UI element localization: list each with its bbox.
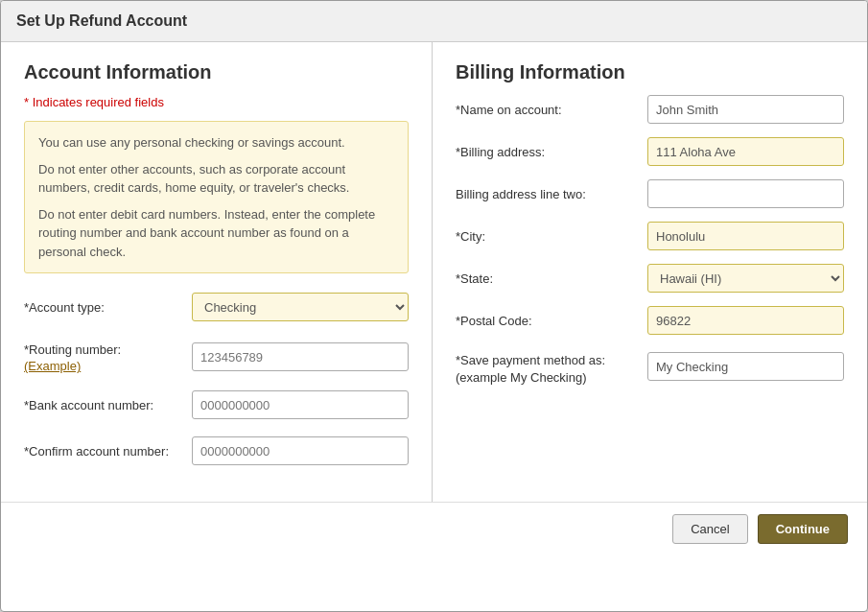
billing-address-input[interactable] — [647, 137, 844, 166]
save-payment-label-line2: (example My Checking) — [456, 369, 647, 387]
city-row: *City: — [456, 222, 844, 250]
routing-example-link[interactable]: (Example) — [24, 359, 192, 373]
billing-address2-label: Billing address line two: — [456, 187, 647, 201]
postal-code-input[interactable] — [647, 306, 844, 335]
routing-number-row: *Routing number: (Example) — [24, 339, 409, 373]
billing-address-row: *Billing address: — [456, 137, 844, 166]
billing-info-title: Billing Information — [456, 61, 844, 83]
postal-code-label: *Postal Code: — [456, 314, 647, 328]
routing-number-input[interactable] — [192, 342, 409, 371]
billing-address2-input[interactable] — [647, 179, 844, 208]
modal-footer: Cancel Continue — [1, 502, 867, 555]
name-on-account-label: *Name on account: — [456, 103, 647, 117]
cancel-button[interactable]: Cancel — [672, 514, 747, 544]
name-on-account-input[interactable] — [647, 95, 844, 124]
info-line-2: Do not enter other accounts, such as cor… — [38, 160, 394, 198]
bank-account-row: *Bank account number: — [24, 390, 409, 419]
postal-code-row: *Postal Code: — [456, 306, 844, 335]
account-type-select[interactable]: Checking Savings — [192, 293, 409, 321]
info-box: You can use any personal checking or sav… — [24, 121, 409, 273]
modal: Set Up Refund Account Account Informatio… — [0, 0, 868, 612]
info-line-1: You can use any personal checking or sav… — [38, 133, 394, 153]
city-input[interactable] — [647, 222, 844, 250]
left-panel: Account Information * Indicates required… — [1, 42, 433, 502]
required-note: * Indicates required fields — [24, 95, 409, 109]
name-on-account-row: *Name on account: — [456, 95, 844, 124]
save-payment-row: *Save payment method as: (example My Che… — [456, 348, 844, 387]
state-label: *State: — [456, 271, 647, 286]
save-payment-label: *Save payment method as: (example My Che… — [456, 352, 647, 387]
account-type-row: *Account type: Checking Savings — [24, 293, 409, 321]
account-type-label: *Account type: — [24, 300, 192, 315]
confirm-account-row: *Confirm account number: — [24, 436, 409, 465]
confirm-account-input[interactable] — [192, 436, 409, 465]
continue-button[interactable]: Continue — [758, 514, 848, 544]
bank-account-input[interactable] — [192, 390, 409, 419]
city-label: *City: — [456, 229, 647, 244]
billing-address2-row: Billing address line two: — [456, 179, 844, 208]
modal-title: Set Up Refund Account — [16, 12, 852, 30]
modal-header: Set Up Refund Account — [1, 1, 867, 42]
bank-account-label: *Bank account number: — [24, 398, 192, 412]
save-payment-label-line1: *Save payment method as: — [456, 352, 647, 369]
routing-label: *Routing number: (Example) — [24, 342, 192, 373]
confirm-account-label: *Confirm account number: — [24, 444, 192, 459]
billing-address-label: *Billing address: — [456, 145, 647, 159]
account-info-title: Account Information — [24, 61, 409, 83]
info-line-3: Do not enter debit card numbers. Instead… — [38, 205, 394, 262]
right-panel: Billing Information *Name on account: *B… — [433, 42, 867, 502]
state-row: *State: Hawaii (HI) Alabama (AL) Alaska … — [456, 264, 844, 293]
modal-body: Account Information * Indicates required… — [1, 42, 867, 502]
state-select[interactable]: Hawaii (HI) Alabama (AL) Alaska (AK) Cal… — [647, 264, 844, 293]
routing-label-text: *Routing number: — [24, 342, 192, 357]
save-payment-input[interactable] — [647, 352, 844, 381]
